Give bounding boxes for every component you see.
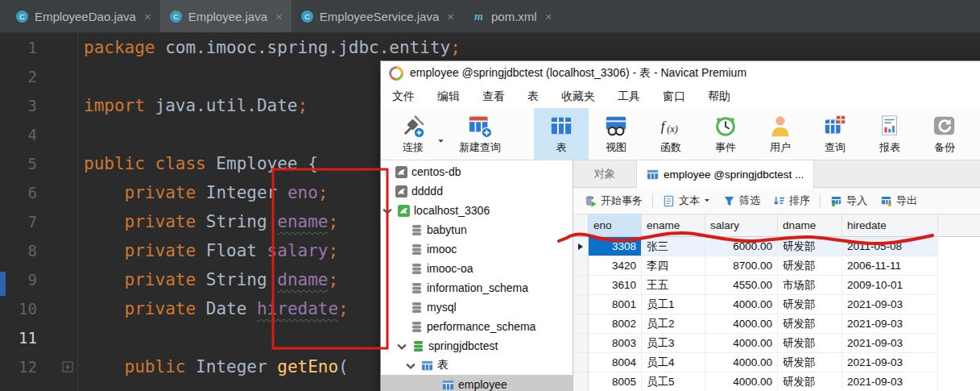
- toolbar-报表[interactable]: 报表: [862, 108, 917, 160]
- chevron-down-icon[interactable]: [381, 205, 394, 216]
- tree-item-performance_schema[interactable]: performance_schema: [381, 317, 573, 336]
- close-icon[interactable]: ×: [447, 10, 454, 23]
- column-header-salary[interactable]: salary: [705, 214, 778, 237]
- grid-cell[interactable]: 研发部: [778, 256, 842, 276]
- grid-cell[interactable]: 市场部: [778, 276, 842, 295]
- grid-cell[interactable]: 李四: [642, 256, 705, 276]
- menu-item-帮助[interactable]: 帮助: [697, 89, 742, 104]
- row-header[interactable]: [573, 314, 589, 334]
- grid-cell[interactable]: 8005: [589, 372, 642, 391]
- grid-cell[interactable]: 研发部: [778, 295, 842, 314]
- gridbar-文本[interactable]: 文本: [656, 191, 717, 210]
- toolbar-函数[interactable]: f(x)函数: [643, 108, 698, 160]
- grid-cell[interactable]: 4000.00: [705, 334, 778, 353]
- gridbar-筛选[interactable]: 筛选: [717, 191, 767, 210]
- close-icon[interactable]: ×: [144, 10, 151, 23]
- gridbar-导出[interactable]: 导出: [874, 191, 924, 210]
- grid-cell[interactable]: 员工4: [642, 353, 705, 372]
- grid-cell[interactable]: 2011-05-08: [842, 237, 938, 256]
- grid-cell[interactable]: 3308: [589, 237, 642, 256]
- grid-cell[interactable]: 8002: [589, 314, 642, 334]
- menu-item-编辑[interactable]: 编辑: [426, 89, 471, 104]
- toolbar-查询[interactable]: 查询: [808, 108, 862, 160]
- tree-item-表[interactable]: 表: [381, 356, 573, 375]
- grid-cell[interactable]: 2006-11-11: [842, 256, 938, 276]
- tree-item-mysql[interactable]: mysql: [381, 297, 573, 317]
- grid-cell[interactable]: 2021-09-03: [842, 353, 938, 372]
- tree-item-employee[interactable]: employee: [381, 375, 573, 391]
- row-header[interactable]: [573, 237, 589, 256]
- grid-cell[interactable]: 员工1: [642, 295, 705, 314]
- grid-cell[interactable]: 8003: [589, 334, 642, 353]
- chevron-down-icon[interactable]: [404, 360, 417, 371]
- row-header[interactable]: [573, 353, 589, 372]
- tab-employee-table[interactable]: employee @springjdbctest ...: [637, 160, 814, 188]
- gridbar-开始事务[interactable]: 开始事务: [578, 191, 649, 210]
- toolbar-事件[interactable]: 事件: [698, 108, 753, 160]
- grid-cell[interactable]: 2021-09-03: [842, 372, 938, 391]
- grid-cell[interactable]: 6000.00: [705, 237, 778, 256]
- tree-item-localhost_3306[interactable]: localhost_3306: [381, 201, 573, 220]
- tab-objects[interactable]: 对象: [573, 160, 637, 187]
- grid-cell[interactable]: 4550.00: [705, 276, 778, 295]
- grid-cell[interactable]: 研发部: [778, 353, 842, 372]
- fold-plus-icon[interactable]: [62, 361, 73, 372]
- toolbar-表[interactable]: 表: [534, 108, 589, 160]
- tree-item-information_schema[interactable]: information_schema: [381, 278, 573, 297]
- toolbar-新建查询[interactable]: 新建查询: [447, 108, 513, 160]
- grid-cell[interactable]: 8700.00: [705, 256, 778, 276]
- grid-cell[interactable]: 8004: [589, 353, 642, 372]
- column-header-hiredate[interactable]: hiredate: [842, 214, 938, 237]
- row-header[interactable]: [573, 372, 589, 391]
- menu-item-查看[interactable]: 查看: [471, 89, 516, 104]
- tree-item-imooc-oa[interactable]: imooc-oa: [381, 259, 573, 278]
- row-header[interactable]: [573, 276, 589, 295]
- grid-cell[interactable]: 研发部: [778, 372, 842, 391]
- row-header[interactable]: [573, 334, 589, 353]
- grid-cell[interactable]: 3610: [589, 276, 642, 295]
- tree-item-imooc[interactable]: imooc: [381, 239, 573, 259]
- code-line-1[interactable]: 1package com.imooc.spring.jdbc.entity;: [0, 33, 980, 62]
- grid-cell[interactable]: 研发部: [778, 334, 842, 353]
- column-header-eno[interactable]: eno: [589, 214, 642, 237]
- menu-item-文件[interactable]: 文件: [381, 89, 426, 104]
- grid-cell[interactable]: 张三: [642, 237, 705, 256]
- grid-cell[interactable]: 4000.00: [705, 353, 778, 372]
- caret-down-icon[interactable]: [704, 198, 710, 203]
- grid-cell[interactable]: 研发部: [778, 237, 842, 256]
- grid-cell[interactable]: 2021-09-03: [842, 334, 938, 353]
- navicat-title-bar[interactable]: employee @springjdbctest (localhost_3306…: [381, 61, 980, 85]
- gridbar-导入[interactable]: 导入: [824, 191, 874, 210]
- grid-cell[interactable]: 2021-09-03: [842, 314, 938, 334]
- grid-cell[interactable]: 4000.00: [705, 314, 778, 334]
- menu-item-窗口[interactable]: 窗口: [651, 89, 697, 104]
- grid-cell[interactable]: 4000.00: [705, 372, 778, 391]
- grid-cell[interactable]: 2021-09-03: [842, 295, 938, 314]
- column-header-ename[interactable]: ename: [642, 214, 705, 237]
- row-header[interactable]: [573, 256, 589, 276]
- tree-item-centos-db[interactable]: centos-db: [381, 162, 573, 181]
- toolbar-视图[interactable]: 视图: [589, 108, 643, 160]
- grid-cell[interactable]: 王五: [642, 276, 705, 295]
- grid-cell[interactable]: 4000.00: [705, 295, 778, 314]
- grid-cell[interactable]: 员工2: [642, 314, 705, 334]
- row-header[interactable]: [573, 295, 589, 314]
- grid-cell[interactable]: 员工5: [642, 372, 705, 391]
- grid-cell[interactable]: 研发部: [778, 314, 842, 334]
- column-header-dname[interactable]: dname: [778, 214, 842, 237]
- grid-cell[interactable]: 员工3: [642, 334, 705, 353]
- tree-item-ddddd[interactable]: ddddd: [381, 181, 573, 201]
- chevron-down-icon[interactable]: [395, 340, 408, 351]
- menu-item-表[interactable]: 表: [516, 89, 550, 104]
- gridbar-排序[interactable]: 排序: [767, 191, 817, 210]
- grid-cell[interactable]: 8001: [589, 295, 642, 314]
- close-icon[interactable]: ×: [545, 10, 552, 23]
- toolbar-连接[interactable]: 连接: [386, 108, 440, 160]
- menu-item-工具[interactable]: 工具: [606, 89, 651, 104]
- close-icon[interactable]: ×: [275, 10, 283, 23]
- grid-cell[interactable]: 3420: [589, 256, 642, 276]
- ide-tab-EmployeeService.java[interactable]: CEmployeeService.java×: [292, 0, 463, 32]
- ide-tab-pom.xml[interactable]: mpom.xml×: [463, 0, 560, 32]
- menu-item-收藏夹[interactable]: 收藏夹: [550, 89, 606, 104]
- ide-tab-EmployeeDao.java[interactable]: CEmployeeDao.java×: [6, 0, 160, 32]
